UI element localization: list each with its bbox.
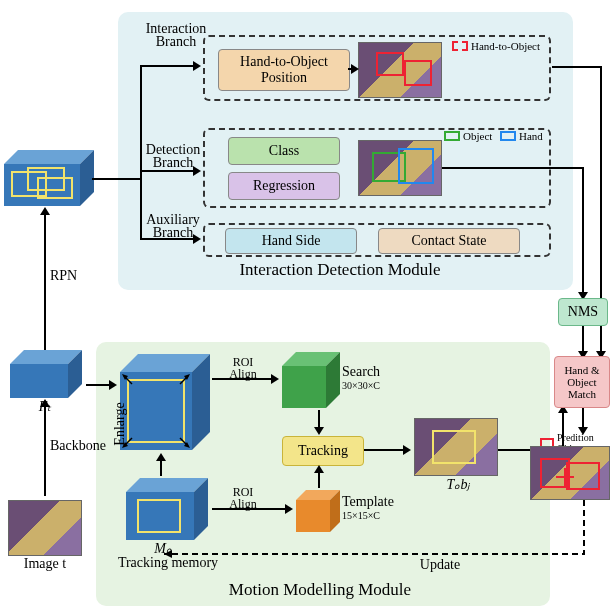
ft-label: Fₜ [30,398,60,415]
svg-marker-25 [282,366,326,408]
template-to-tracking [318,468,320,488]
int-mini-red1 [376,52,404,76]
svg-marker-0 [10,364,68,398]
proposals-cube [4,150,94,206]
memory-to-enlarge [160,456,162,476]
rpn-label: RPN [50,268,90,284]
contact-label: Contact State [411,233,486,249]
search-cube [282,352,342,408]
search-dim: 30×30×C [342,380,412,391]
det-to-nms-v [582,167,584,297]
aux-branch-label: Auxiliary Branch [138,213,208,239]
prop-to-interaction [142,65,198,67]
prop-stem-h [92,178,142,180]
int-to-match-h [552,66,602,68]
detection-branch-label: Detection Branch [138,143,208,169]
update-label: Update [410,557,470,573]
det-legend-obj: Object [444,130,492,142]
det-legend-hand: Hand [500,130,543,142]
tobj-box [432,430,476,464]
image-t-label: Image t [10,556,80,572]
backbone-label: Backbone [50,438,120,454]
int-legend: Hand-to-Object [452,40,540,52]
nms-to-match [582,326,584,356]
match-pill: Hand & Object Match [554,356,610,408]
out-cross [556,468,574,486]
tracking-to-tobj [364,449,408,451]
handside-pill: Hand Side [225,228,357,254]
roi-label-1: ROI Align [218,356,268,380]
match-to-out [582,408,584,432]
svg-marker-22 [126,478,208,492]
handside-label: Hand Side [262,233,321,249]
hand-to-object-pill: Hand-to-Object Position [218,49,350,91]
class-pill: Class [228,137,340,165]
interaction-branch-text: Interaction Branch [146,21,207,49]
int-legend-swatch [452,41,468,51]
nms-label: NMS [568,304,598,320]
enlarge-cube [120,354,210,450]
det-mini-blue [398,148,434,184]
det-legend-obj-label: Object [463,130,492,142]
det-legend-obj-sw [444,131,460,141]
prop-to-detection [142,170,198,172]
search-label: Search [342,364,402,380]
update-line [164,500,594,570]
detection-branch-text: Detection Branch [146,142,200,170]
mmm-title: Motion Modelling Module [180,580,460,600]
nms-pill: NMS [558,298,608,326]
svg-marker-3 [4,164,80,206]
ft-cube [10,350,88,398]
roi-text-1: ROI Align [229,355,256,381]
svg-marker-33 [164,550,172,558]
search-to-tracking [318,410,320,432]
svg-marker-4 [4,150,94,164]
det-to-nms-h [442,167,584,169]
match-label: Hand & Object Match [555,364,609,400]
ft-to-enlarge [86,384,114,386]
det-legend-hand-label: Hand [519,130,543,142]
aux-branch-text: Auxiliary Branch [146,212,200,240]
enlarge-label: Enlarge [112,394,128,454]
regression-pill: Regression [228,172,340,200]
input-image [8,500,82,556]
regression-label: Regression [253,178,315,194]
backbone-arrow [44,402,46,496]
int-legend-label: Hand-to-Object [471,40,540,52]
int-mini-red2 [404,60,432,86]
rpn-arrow [44,210,46,350]
class-label: Class [269,143,299,159]
contact-pill: Contact State [378,228,520,254]
tracking-label: Tracking [298,443,348,459]
idm-title: Interaction Detection Module [190,260,490,280]
det-legend-hand-sw [500,131,516,141]
int-pill-to-img [348,68,356,70]
hand-to-object-label: Hand-to-Object Position [219,54,349,86]
tobj-label: Tₒbⱼ [438,476,478,493]
